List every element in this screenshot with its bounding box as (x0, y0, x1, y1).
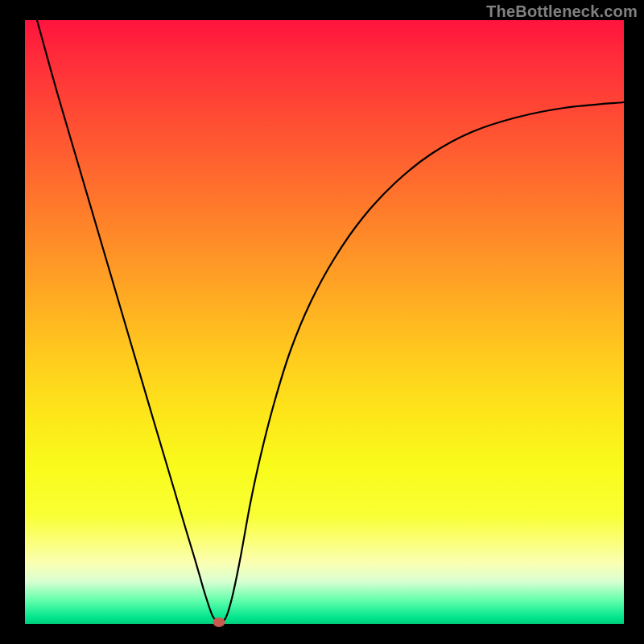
minimum-marker (213, 617, 225, 627)
chart-frame: TheBottleneck.com (0, 0, 644, 644)
watermark-text: TheBottleneck.com (486, 2, 638, 21)
bottleneck-curve (25, 20, 624, 624)
